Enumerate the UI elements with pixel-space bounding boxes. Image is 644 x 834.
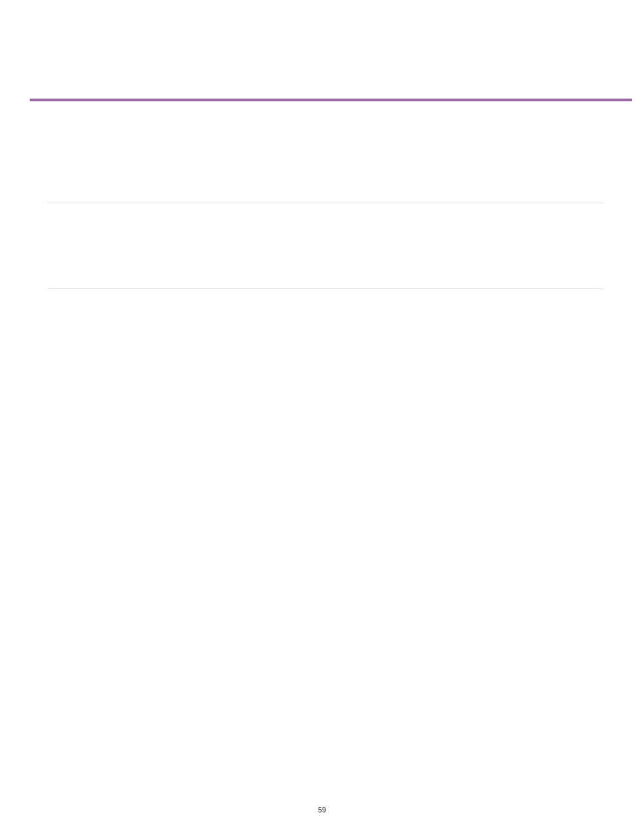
bullet-list (47, 429, 603, 482)
list-item (62, 412, 603, 429)
bullet-list (47, 377, 603, 429)
list-item (62, 289, 603, 307)
page-content (47, 115, 603, 482)
bullet-list (47, 289, 603, 377)
list-item (62, 429, 603, 447)
list-item (62, 307, 603, 324)
list-item (62, 394, 603, 412)
horizontal-rule (47, 203, 603, 203)
list-item (62, 447, 603, 465)
list-item (62, 324, 603, 342)
list-item (62, 465, 603, 482)
list-item (62, 359, 603, 377)
list-item (62, 377, 603, 394)
page-number: 59 (0, 806, 644, 814)
list-item (62, 342, 603, 359)
accent-rule (30, 99, 632, 101)
